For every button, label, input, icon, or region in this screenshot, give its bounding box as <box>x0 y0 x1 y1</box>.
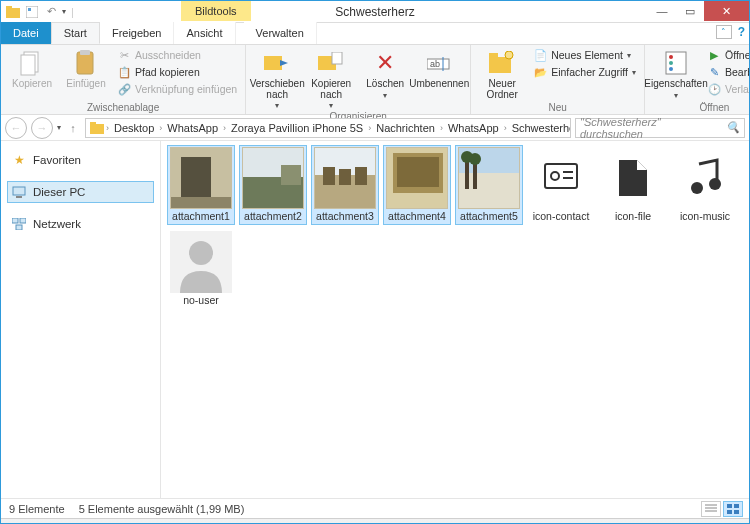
tab-ansicht[interactable]: Ansicht <box>174 22 235 44</box>
folder-icon <box>5 4 21 20</box>
back-button[interactable]: ← <box>5 117 27 139</box>
properties-icon[interactable] <box>24 4 40 20</box>
file-tab[interactable]: Datei <box>1 22 51 44</box>
crumb-nachrichten[interactable]: Nachrichten <box>373 122 438 134</box>
forward-button[interactable]: → <box>31 117 53 139</box>
network-icon <box>11 216 27 232</box>
file-list[interactable]: attachment1attachment2attachment3attachm… <box>161 141 749 498</box>
copy-to-button[interactable]: Kopieren nach▾ <box>306 47 356 110</box>
file-label: icon-file <box>615 211 651 223</box>
file-item-attachment2[interactable]: attachment2 <box>239 145 307 225</box>
svg-rect-59 <box>734 504 739 508</box>
navigation-pane: ★Favoriten Dieser PC Netzwerk <box>1 141 161 498</box>
file-label: icon-music <box>680 211 730 223</box>
crumb-desktop[interactable]: Desktop <box>111 122 157 134</box>
group-zwischenablage: Kopieren Einfügen ✂Ausschneiden 📋Pfad ko… <box>1 45 246 114</box>
svg-rect-7 <box>80 50 90 55</box>
no-user-icon <box>170 231 232 293</box>
qat-dropdown-icon[interactable]: ▾ <box>62 7 66 16</box>
help-icon[interactable]: ? <box>738 25 745 39</box>
file-item-icon-music[interactable]: icon-music <box>671 145 739 225</box>
cut-button[interactable]: ✂Ausschneiden <box>115 47 239 63</box>
history-dropdown-icon[interactable]: ▾ <box>57 123 61 132</box>
file-label: no-user <box>183 295 219 307</box>
maximize-button[interactable]: ▭ <box>676 1 704 21</box>
undo-icon[interactable]: ↶ <box>43 4 59 20</box>
easy-access-button[interactable]: 📂Einfacher Zugriff ▾ <box>531 64 638 80</box>
file-item-attachment1[interactable]: attachment1 <box>167 145 235 225</box>
tab-freigeben[interactable]: Freigeben <box>100 22 175 44</box>
view-icons-button[interactable] <box>723 501 743 517</box>
tab-start[interactable]: Start <box>51 22 100 44</box>
paste-button[interactable]: Einfügen <box>61 47 111 90</box>
file-label: icon-contact <box>533 211 590 223</box>
svg-rect-48 <box>545 164 577 188</box>
svg-point-19 <box>669 61 673 65</box>
file-item-attachment4[interactable]: attachment4 <box>383 145 451 225</box>
file-label: attachment1 <box>172 211 230 223</box>
tab-verwalten[interactable]: Verwalten <box>244 22 317 44</box>
crumb-whatsapp[interactable]: WhatsApp <box>164 122 221 134</box>
file-item-attachment3[interactable]: attachment3 <box>311 145 379 225</box>
minimize-button[interactable]: — <box>648 1 676 21</box>
edit-button[interactable]: ✎Bearbeiten <box>705 64 750 80</box>
view-details-button[interactable] <box>701 501 721 517</box>
breadcrumb[interactable]: ›Desktop ›WhatsApp ›Zoraya Pavillion iPh… <box>85 118 571 138</box>
paste-link-button[interactable]: 🔗Verknüpfung einfügen <box>115 81 239 97</box>
crumb-iphone[interactable]: Zoraya Pavillion iPhone 5S <box>228 122 366 134</box>
new-folder-button[interactable]: Neuer Ordner <box>477 47 527 100</box>
new-item-button[interactable]: 📄Neues Element ▾ <box>531 47 638 63</box>
svg-rect-58 <box>727 504 732 508</box>
nav-netzwerk[interactable]: Netzwerk <box>7 213 154 235</box>
svg-rect-38 <box>355 167 367 185</box>
file-icon <box>602 147 664 209</box>
svg-rect-27 <box>16 225 22 230</box>
svg-rect-8 <box>264 56 282 70</box>
rename-button[interactable]: abUmbenennen <box>414 47 464 90</box>
copy-button[interactable]: Kopieren <box>7 47 57 90</box>
nav-dieser-pc[interactable]: Dieser PC <box>7 181 154 203</box>
copy-path-button[interactable]: 📋Pfad kopieren <box>115 64 239 80</box>
svg-rect-23 <box>13 187 25 195</box>
nav-favoriten[interactable]: ★Favoriten <box>7 149 154 171</box>
image-thumbnail <box>314 147 376 209</box>
up-button[interactable]: ↑ <box>65 117 81 139</box>
file-item-attachment5[interactable]: attachment5 <box>455 145 523 225</box>
svg-rect-6 <box>77 52 93 74</box>
svg-rect-3 <box>28 8 31 11</box>
file-item-icon-contact[interactable]: icon-contact <box>527 145 595 225</box>
crumb-schwesterherz[interactable]: Schwesterherz <box>509 122 571 134</box>
file-item-icon-file[interactable]: icon-file <box>599 145 667 225</box>
image-thumbnail <box>170 147 232 209</box>
ribbon-collapse-icon[interactable]: ˄ <box>716 25 732 39</box>
selection-summary: 5 Elemente ausgewählt (1,99 MB) <box>79 503 245 515</box>
group-organisieren: Verschieben nach▾ Kopieren nach▾ ✕Lösche… <box>246 45 471 114</box>
close-button[interactable]: ✕ <box>704 1 749 21</box>
edit-icon: ✎ <box>707 65 721 79</box>
svg-rect-30 <box>171 197 231 209</box>
scissors-icon: ✂ <box>117 48 131 62</box>
history-button[interactable]: 🕑Verlauf <box>705 81 750 97</box>
easy-access-icon: 📂 <box>533 65 547 79</box>
svg-rect-22 <box>90 122 96 126</box>
svg-point-54 <box>189 241 213 265</box>
svg-rect-24 <box>16 196 22 198</box>
svg-point-52 <box>691 182 703 194</box>
move-to-button[interactable]: Verschieben nach▾ <box>252 47 302 110</box>
open-icon: ▶ <box>707 48 721 62</box>
context-tab-bildtools[interactable]: Bildtools <box>181 1 251 21</box>
delete-button[interactable]: ✕Löschen▾ <box>360 47 410 100</box>
search-input[interactable]: "Schwesterherz" durchsuchen🔍 <box>575 118 745 138</box>
window-title: Schwesterherz <box>335 5 414 19</box>
properties-button[interactable]: Eigenschaften▾ <box>651 47 701 100</box>
svg-rect-15 <box>489 53 498 59</box>
search-icon: 🔍 <box>726 121 740 134</box>
svg-rect-44 <box>465 159 469 189</box>
status-bar-1: 9 Elemente 5 Elemente ausgewählt (1,99 M… <box>1 498 749 518</box>
crumb-whatsapp2[interactable]: WhatsApp <box>445 122 502 134</box>
file-item-no-user[interactable]: no-user <box>167 229 235 309</box>
open-button[interactable]: ▶Öffnen ▾ <box>705 47 750 63</box>
svg-point-20 <box>669 67 673 71</box>
music-icon <box>674 147 736 209</box>
svg-rect-10 <box>332 52 342 64</box>
